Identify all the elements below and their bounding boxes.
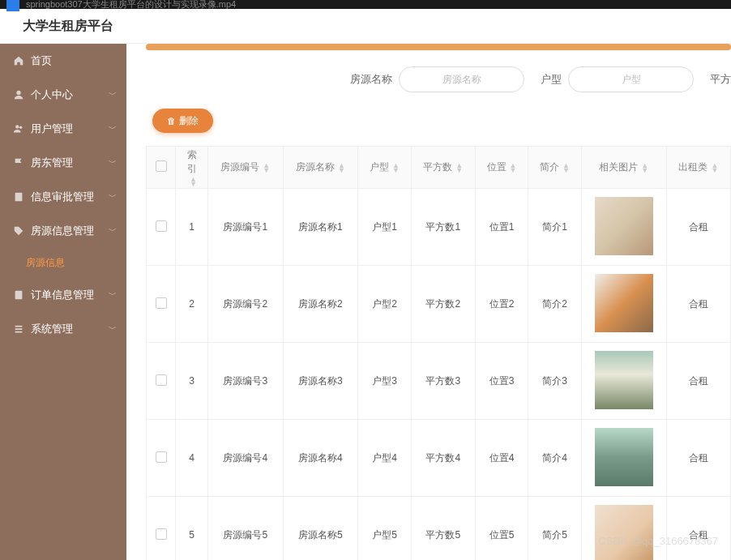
flag-icon xyxy=(13,157,24,169)
top-bar-title: springboot307大学生租房平台的设计与实现录像.mp4 xyxy=(26,0,236,11)
cell-index: 2 xyxy=(176,266,208,343)
table-row: 4 房源编号4 房源名称4 户型4 平方数4 位置4 简介4 合租 xyxy=(147,420,731,497)
col-intro[interactable]: 简介▲▼ xyxy=(528,147,581,189)
sidebar-item-listings[interactable]: 房源信息管理 ﹀ xyxy=(0,214,126,248)
app-title: 大学生租房平台 xyxy=(23,18,113,35)
sort-icon: ▲▼ xyxy=(190,177,197,186)
table-row: 5 房源编号5 房源名称5 户型5 平方数5 位置5 简介5 合租 xyxy=(147,497,731,561)
sort-icon: ▲▼ xyxy=(641,163,648,173)
cell-location: 位置3 xyxy=(475,343,528,420)
cell-name: 房源名称5 xyxy=(283,497,358,561)
cell-area: 平方数5 xyxy=(411,497,475,561)
cell-code: 房源编号3 xyxy=(208,343,284,420)
user-icon xyxy=(13,89,24,100)
cell-area: 平方数2 xyxy=(411,266,475,343)
row-checkbox[interactable] xyxy=(156,528,167,540)
app-header: 大学生租房平台 xyxy=(0,9,731,44)
col-name[interactable]: 房源名称▲▼ xyxy=(283,147,358,189)
sidebar-item-home[interactable]: 首页 xyxy=(0,44,126,78)
sidebar-item-landlord[interactable]: 房东管理 ﹀ xyxy=(0,146,126,180)
sidebar-item-label: 信息审批管理 xyxy=(31,190,94,204)
cell-area: 平方数4 xyxy=(411,420,475,497)
svg-rect-4 xyxy=(15,291,23,300)
sidebar-item-label: 房东管理 xyxy=(31,156,73,170)
cell-code: 房源编号4 xyxy=(208,420,284,497)
listing-thumbnail[interactable] xyxy=(595,274,653,332)
cell-intro: 简介5 xyxy=(528,497,581,561)
cell-name: 房源名称1 xyxy=(283,189,358,266)
cell-intro: 简介1 xyxy=(528,189,581,266)
sort-icon: ▲▼ xyxy=(510,163,517,173)
cell-code: 房源编号5 xyxy=(208,497,284,561)
listing-thumbnail[interactable] xyxy=(595,505,653,561)
sort-icon: ▲▼ xyxy=(711,163,718,173)
cell-area: 平方数3 xyxy=(411,343,475,420)
chevron-down-icon: ﹀ xyxy=(109,289,117,301)
table-row: 1 房源编号1 房源名称1 户型1 平方数1 位置1 简介1 合租 xyxy=(147,189,731,266)
chevron-down-icon: ﹀ xyxy=(109,157,117,169)
col-type[interactable]: 户型▲▼ xyxy=(358,147,411,189)
listing-thumbnail[interactable] xyxy=(595,197,653,255)
sidebar-item-orders[interactable]: 订单信息管理 ﹀ xyxy=(0,278,126,312)
file-icon xyxy=(6,0,19,11)
sidebar: 首页 个人中心 ﹀ 用户管理 ﹀ 房东管理 ﹀ 信息审批管理 ﹀ 房源信息管理 … xyxy=(0,44,126,560)
cell-intro: 简介3 xyxy=(528,343,581,420)
svg-point-1 xyxy=(15,125,19,128)
search-input-type[interactable] xyxy=(568,66,694,92)
select-all-checkbox[interactable] xyxy=(156,160,167,172)
cell-name: 房源名称2 xyxy=(283,266,358,343)
search-label-type: 户型 xyxy=(541,72,562,87)
sidebar-item-users[interactable]: 用户管理 ﹀ xyxy=(0,112,126,146)
accent-bar xyxy=(146,44,731,50)
cell-location: 位置2 xyxy=(475,266,528,343)
cell-type: 户型4 xyxy=(358,420,411,497)
listing-thumbnail[interactable] xyxy=(595,351,653,409)
cell-rent-type: 合租 xyxy=(666,497,730,561)
chevron-down-icon: ﹀ xyxy=(109,225,117,237)
users-icon xyxy=(13,123,24,135)
col-image[interactable]: 相关图片▲▼ xyxy=(581,147,666,189)
sidebar-item-label: 首页 xyxy=(31,53,52,68)
cell-location: 位置5 xyxy=(475,497,528,561)
chevron-down-icon: ﹀ xyxy=(109,191,117,203)
svg-rect-3 xyxy=(15,193,23,202)
sidebar-item-approval[interactable]: 信息审批管理 ﹀ xyxy=(0,180,126,214)
search-input-name[interactable] xyxy=(399,66,524,92)
col-index[interactable]: 索引▲▼ xyxy=(176,147,208,189)
delete-button-label: 删除 xyxy=(179,114,199,128)
search-bar: 房源名称 户型 平方 xyxy=(146,66,731,92)
row-checkbox[interactable] xyxy=(156,220,167,232)
sidebar-item-profile[interactable]: 个人中心 ﹀ xyxy=(0,78,126,112)
document-icon xyxy=(13,191,24,203)
cell-code: 房源编号2 xyxy=(208,266,284,343)
cell-rent-type: 合租 xyxy=(666,420,730,497)
table-row: 2 房源编号2 房源名称2 户型2 平方数2 位置2 简介2 合租 xyxy=(147,266,731,343)
cell-type: 户型2 xyxy=(358,266,411,343)
chevron-down-icon: ﹀ xyxy=(109,89,117,100)
sidebar-item-system[interactable]: 系统管理 ﹀ xyxy=(0,312,126,346)
sidebar-item-label: 系统管理 xyxy=(31,322,73,336)
col-rent-type[interactable]: 出租类▲▼ xyxy=(666,147,730,189)
sidebar-item-label: 订单信息管理 xyxy=(31,288,94,302)
row-checkbox[interactable] xyxy=(156,451,167,463)
sort-icon: ▲▼ xyxy=(562,163,570,173)
col-code[interactable]: 房源编号▲▼ xyxy=(208,147,284,189)
cell-rent-type: 合租 xyxy=(666,266,730,343)
table-header-row: 索引▲▼ 房源编号▲▼ 房源名称▲▼ 户型▲▼ 平方数▲▼ 位置▲▼ 简介▲▼ … xyxy=(147,147,731,189)
col-location[interactable]: 位置▲▼ xyxy=(475,147,528,189)
delete-button[interactable]: 🗑 删除 xyxy=(152,109,213,133)
row-checkbox[interactable] xyxy=(156,297,167,309)
listing-thumbnail[interactable] xyxy=(595,428,653,486)
sidebar-subitem-listing-info[interactable]: 房源信息 xyxy=(0,248,126,278)
cell-name: 房源名称4 xyxy=(283,420,358,497)
browser-top-bar: springboot307大学生租房平台的设计与实现录像.mp4 xyxy=(0,0,731,9)
col-area[interactable]: 平方数▲▼ xyxy=(411,147,475,189)
cell-code: 房源编号1 xyxy=(208,189,284,266)
search-label-area: 平方 xyxy=(710,72,731,87)
cell-type: 户型5 xyxy=(358,497,411,561)
cell-rent-type: 合租 xyxy=(666,189,730,266)
sort-icon: ▲▼ xyxy=(338,163,345,173)
gear-icon xyxy=(13,323,24,335)
chevron-down-icon: ﹀ xyxy=(109,323,117,335)
row-checkbox[interactable] xyxy=(156,374,167,386)
